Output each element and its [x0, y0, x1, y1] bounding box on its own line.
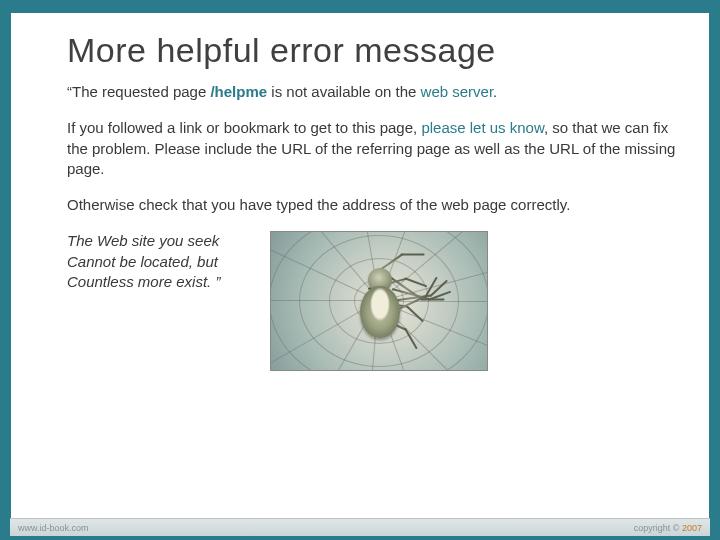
let-us-know-link[interactable]: please let us know [421, 119, 544, 136]
haiku: The Web site you seek Cannot be located,… [67, 231, 220, 292]
footer-url: www.id-book.com [18, 523, 89, 533]
slide-footer: www.id-book.com copyright © 2007 [10, 518, 710, 536]
error-path: /helpme [210, 83, 267, 100]
haiku-line-3: Countless more exist. ” [67, 272, 220, 292]
haiku-line-2: Cannot be located, but [67, 252, 220, 272]
error-mid: is not available on the [267, 83, 420, 100]
copyright-year: 2007 [682, 523, 702, 533]
spider-image [270, 231, 488, 371]
haiku-row: The Web site you seek Cannot be located,… [67, 231, 677, 371]
copyright-label: copyright © [634, 523, 682, 533]
otherwise-paragraph: Otherwise check that you have typed the … [67, 195, 677, 215]
web-server-link[interactable]: web server [421, 83, 494, 100]
error-prefix: “The requested page [67, 83, 210, 100]
footer-copyright: copyright © 2007 [634, 523, 702, 533]
p2-pre: If you followed a link or bookmark to ge… [67, 119, 421, 136]
slide: More helpful error message “The requeste… [10, 12, 710, 524]
haiku-line-1: The Web site you seek [67, 231, 220, 251]
error-post: . [493, 83, 497, 100]
slide-title: More helpful error message [67, 31, 677, 70]
slide-body: “The requested page /helpme is not avail… [67, 82, 677, 371]
error-line: “The requested page /helpme is not avail… [67, 82, 677, 102]
instruction-paragraph: If you followed a link or bookmark to ge… [67, 118, 677, 179]
spider-icon [340, 256, 418, 346]
